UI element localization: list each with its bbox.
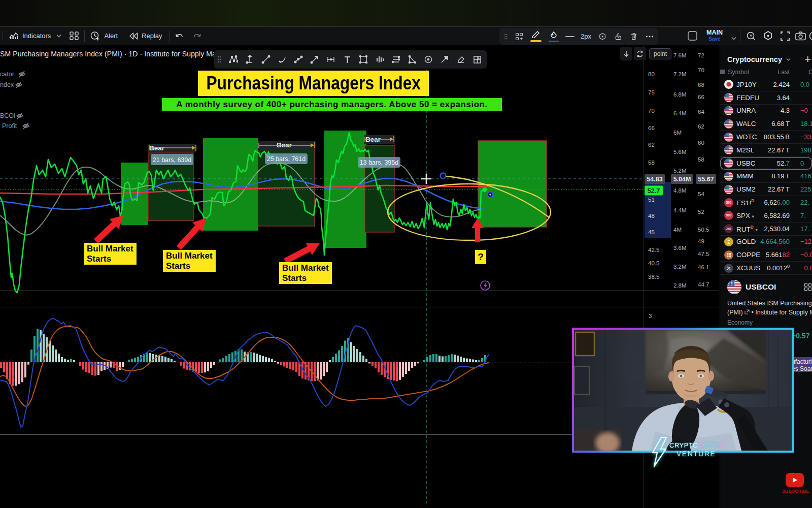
svg-text:Profit: Profit xyxy=(2,122,17,130)
svg-text:55.67: 55.67 xyxy=(698,176,714,183)
svg-text:54: 54 xyxy=(698,191,704,197)
svg-text:60: 60 xyxy=(698,140,704,146)
svg-text:80: 80 xyxy=(648,71,655,77)
svg-text:4M: 4M xyxy=(673,227,682,233)
svg-text:4.4M: 4.4M xyxy=(673,207,687,213)
svg-text:3: 3 xyxy=(649,313,652,319)
svg-text:49: 49 xyxy=(698,238,704,244)
svg-text:47.5: 47.5 xyxy=(698,251,709,257)
svg-text:6.4M: 6.4M xyxy=(673,110,687,116)
svg-text:45: 45 xyxy=(648,229,655,235)
svg-text:5.2M: 5.2M xyxy=(673,168,687,174)
svg-text:VENTURE: VENTURE xyxy=(676,450,716,458)
svg-text:66: 66 xyxy=(698,94,704,100)
svg-text:25 bars, 761d: 25 bars, 761d xyxy=(267,155,306,163)
svg-text:5.04M: 5.04M xyxy=(673,176,691,183)
svg-text:7.2M: 7.2M xyxy=(673,71,687,77)
svg-text:BCOI: BCOI xyxy=(0,112,16,119)
svg-text:46.1: 46.1 xyxy=(698,264,709,270)
svg-text:62: 62 xyxy=(648,142,655,148)
svg-text:51: 51 xyxy=(648,197,655,203)
svg-text:13 bars, 395d: 13 bars, 395d xyxy=(360,159,398,166)
svg-text:52: 52 xyxy=(698,209,704,215)
svg-text:54.83: 54.83 xyxy=(647,176,662,183)
svg-text:21 bars, 639d: 21 bars, 639d xyxy=(153,156,191,164)
svg-text:CAPITAL: CAPITAL xyxy=(697,441,724,449)
svg-text:500: 500 xyxy=(726,201,732,204)
svg-text:50.5: 50.5 xyxy=(698,227,709,233)
svg-text:2000: 2000 xyxy=(726,228,732,230)
svg-text:72: 72 xyxy=(698,52,704,58)
svg-text:40.5: 40.5 xyxy=(648,260,659,266)
svg-text:52.7: 52.7 xyxy=(648,187,660,195)
svg-text:66: 66 xyxy=(648,125,655,131)
svg-text:3.2M: 3.2M xyxy=(673,264,687,270)
svg-text:7.6M: 7.6M xyxy=(673,52,687,58)
svg-text:cator: cator xyxy=(0,71,14,78)
svg-text:38.5: 38.5 xyxy=(648,274,659,280)
svg-text:58: 58 xyxy=(698,156,704,163)
svg-text:62: 62 xyxy=(698,123,704,130)
svg-text:2.8M: 2.8M xyxy=(673,282,687,289)
svg-text:48: 48 xyxy=(648,213,655,219)
svg-text:500: 500 xyxy=(726,214,732,217)
svg-text:6.8M: 6.8M xyxy=(673,91,687,98)
svg-text:68: 68 xyxy=(698,82,704,88)
svg-text:64: 64 xyxy=(698,109,704,115)
svg-text:44.7: 44.7 xyxy=(698,281,709,288)
svg-text:58: 58 xyxy=(648,160,655,166)
svg-text:6M: 6M xyxy=(673,130,682,136)
svg-text:42.5: 42.5 xyxy=(648,247,659,253)
svg-text:4.8M: 4.8M xyxy=(673,187,687,194)
svg-text:3.6M: 3.6M xyxy=(673,245,687,251)
svg-text:5.6M: 5.6M xyxy=(673,149,687,155)
svg-text:70: 70 xyxy=(648,108,655,114)
svg-text:70: 70 xyxy=(698,67,704,73)
svg-text:ndex: ndex xyxy=(0,81,14,88)
svg-text:CRYPTO: CRYPTO xyxy=(669,441,698,449)
svg-text:75: 75 xyxy=(648,89,655,96)
